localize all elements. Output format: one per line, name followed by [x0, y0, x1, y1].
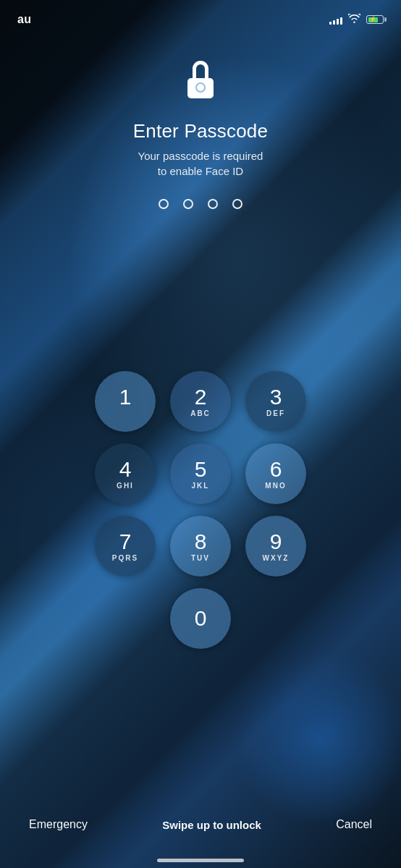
- cancel-button[interactable]: Cancel: [330, 812, 378, 837]
- key-0-number: 0: [195, 606, 207, 630]
- passcode-dots: [0, 199, 401, 209]
- keypad-row-1: 1 2 ABC 3 DEF: [95, 371, 306, 432]
- key-3-letters: DEF: [266, 409, 285, 417]
- keypad-row-2: 4 GHI 5 JKL 6 MNO: [95, 443, 306, 504]
- key-9-number: 9: [270, 529, 282, 553]
- key-7-letters: PQRS: [112, 554, 138, 562]
- key-5-number: 5: [195, 457, 207, 481]
- key-3[interactable]: 3 DEF: [245, 371, 306, 432]
- status-icons: ⚡: [329, 14, 384, 25]
- swipe-up-text: Swipe up to unlock: [93, 819, 330, 831]
- dot-4: [232, 199, 242, 209]
- key-5[interactable]: 5 JKL: [170, 443, 231, 504]
- key-7[interactable]: 7 PQRS: [95, 516, 156, 576]
- key-2-number: 2: [195, 385, 207, 409]
- key-6-number: 6: [270, 457, 282, 481]
- keypad-row-3: 7 PQRS 8 TUV 9 WXYZ: [95, 516, 306, 576]
- key-1-letters: [124, 409, 127, 417]
- carrier-text: au: [17, 13, 31, 26]
- battery-icon: ⚡: [366, 15, 384, 24]
- passcode-title: Enter Passcode: [0, 120, 401, 142]
- key-9-letters: WXYZ: [263, 554, 290, 562]
- key-8-letters: TUV: [191, 554, 210, 562]
- status-bar: au ⚡: [0, 0, 401, 32]
- key-1-number: 1: [119, 385, 132, 409]
- bottom-bar: Emergency Swipe up to unlock Cancel: [0, 796, 401, 868]
- key-1[interactable]: 1: [95, 371, 156, 432]
- key-2-letters: ABC: [190, 409, 211, 417]
- passcode-subtitle: Your passcode is requiredto enable Face …: [0, 148, 401, 179]
- key-9[interactable]: 9 WXYZ: [245, 516, 306, 576]
- key-6[interactable]: 6 MNO: [245, 443, 306, 504]
- key-5-letters: JKL: [192, 482, 210, 490]
- key-6-letters: MNO: [265, 482, 286, 490]
- key-4-letters: GHI: [117, 482, 134, 490]
- key-3-number: 3: [270, 385, 282, 409]
- dot-2: [183, 199, 193, 209]
- keypad: 1 2 ABC 3 DEF 4 GHI 5 JKL 6: [0, 224, 401, 796]
- signal-icon: [329, 14, 342, 25]
- key-4[interactable]: 4 GHI: [95, 443, 156, 504]
- dot-1: [159, 199, 169, 209]
- key-0[interactable]: 0: [170, 588, 231, 649]
- key-8[interactable]: 8 TUV: [170, 516, 231, 576]
- home-indicator: [157, 859, 244, 862]
- key-7-number: 7: [119, 529, 132, 553]
- key-8-number: 8: [195, 529, 207, 553]
- emergency-button[interactable]: Emergency: [23, 812, 93, 837]
- keypad-row-4: 0: [170, 588, 231, 649]
- dot-3: [208, 199, 218, 209]
- passcode-section: Enter Passcode Your passcode is required…: [0, 106, 401, 184]
- lock-section: [0, 32, 401, 106]
- lock-icon: [184, 61, 217, 98]
- key-2[interactable]: 2 ABC: [170, 371, 231, 432]
- wifi-icon: [348, 14, 360, 25]
- key-4-number: 4: [119, 457, 132, 481]
